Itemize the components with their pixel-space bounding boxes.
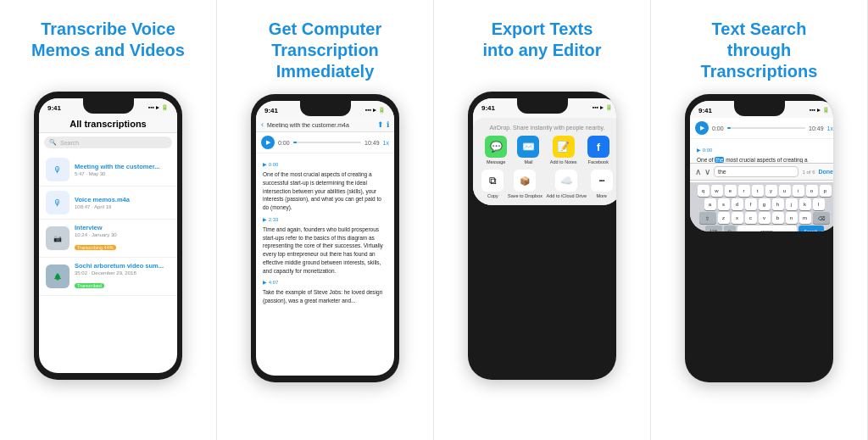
key-u[interactable]: u — [779, 185, 791, 197]
trans-item-1[interactable]: 🎙 Meeting with the customer... 5:47 · Ma… — [39, 153, 177, 187]
key-delete[interactable]: ⌫ — [813, 212, 830, 224]
speed-4[interactable]: 1x — [827, 125, 833, 131]
action-more[interactable]: ··· More — [591, 170, 613, 198]
key-w[interactable]: w — [711, 185, 723, 197]
audio-icon-1: 🎙 — [46, 158, 70, 181]
time-current-4: 0:00 — [712, 125, 724, 131]
play-button-2[interactable]: ▶ — [261, 136, 275, 149]
key-i[interactable]: i — [793, 185, 804, 197]
trans-name-1: Meeting with the customer... — [75, 163, 170, 170]
transcript-text-2: ▶ 0:00 One of the most crucial aspects o… — [256, 153, 394, 309]
status-time-3: 9:41 — [481, 104, 495, 112]
chevron-up-icon[interactable]: ∧ — [695, 167, 701, 176]
chevron-down-icon[interactable]: ∨ — [704, 167, 710, 176]
panel4-title: Text SearchthroughTranscriptions — [701, 19, 818, 82]
key-a[interactable]: a — [704, 198, 716, 210]
key-s[interactable]: s — [718, 198, 730, 210]
key-q[interactable]: q — [698, 185, 709, 197]
mail-icon: ✉️ — [517, 136, 539, 158]
search-bar[interactable]: 🔍 Search — [44, 136, 172, 148]
key-t[interactable]: t — [752, 185, 764, 197]
icloud-label: Add to iCloud Drive — [547, 193, 587, 198]
share-app-notes[interactable]: 📝 Add to Notes — [550, 136, 577, 164]
icloud-icon: ☁️ — [555, 170, 577, 192]
key-123[interactable]: 123 — [705, 226, 722, 231]
para-2: Time and again, founders who build prosp… — [263, 226, 387, 276]
trans-item-2[interactable]: 🎙 Voice memos.m4a 108:47 · April 19 — [39, 187, 177, 220]
status-icons-1: ▪▪▪ ▸ 🔋 — [148, 104, 169, 111]
share-app-message[interactable]: 💬 Message — [485, 136, 507, 164]
phone-screen-4: 9:41 ▪▪▪ ▸ 🔋 ▶ 0:00 10:49 1x ▶ 0:00 One … — [690, 101, 833, 231]
phone-notch-3 — [517, 98, 568, 114]
key-x[interactable]: x — [732, 212, 743, 224]
key-z[interactable]: z — [718, 212, 730, 224]
key-o[interactable]: o — [806, 185, 818, 197]
key-h[interactable]: h — [772, 198, 784, 210]
nav-bar-2: ‹ Meeting with the customer.m4a ⬆ ℹ — [256, 118, 394, 132]
trans-meta-2: 108:47 · April 19 — [75, 204, 170, 209]
key-p[interactable]: p — [820, 185, 832, 197]
facebook-label: Facebook — [588, 159, 609, 164]
copy-icon: ⧉ — [481, 170, 504, 192]
phone-notch-1 — [83, 98, 134, 114]
phone-notch-2 — [300, 101, 351, 116]
audio-player-2: ▶ 0:00 10:49 1x — [256, 132, 394, 153]
share-app-facebook[interactable]: f Facebook — [587, 136, 609, 164]
kb-row-3: ⇧ z x c v b n m ⌫ — [692, 212, 833, 224]
share-description: AirDrop. Share instantly with people nea… — [480, 125, 615, 131]
ts-marker-4: ▶ 0:00 — [697, 147, 832, 154]
time-total-2: 10:49 — [364, 140, 380, 146]
key-v[interactable]: v — [759, 212, 771, 224]
search-input[interactable]: the — [714, 166, 798, 177]
more-icon: ··· — [591, 170, 613, 192]
key-b[interactable]: b — [772, 212, 784, 224]
ts-marker-3: ▶ 4:07 — [263, 279, 387, 287]
dropbox-icon: 📦 — [514, 170, 536, 192]
progress-bar-2[interactable] — [293, 142, 361, 143]
progress-bar-4[interactable] — [727, 127, 805, 129]
panel-computer: Get ComputerTranscriptionImmediately 9:4… — [217, 0, 434, 440]
copy-label: Copy — [487, 193, 498, 198]
play-button-4[interactable]: ▶ — [695, 121, 709, 135]
trans-info-3: Interview 10:24 · January 30 Transcribin… — [75, 224, 170, 253]
kb-row-2: a s d f g h j k l — [692, 198, 833, 210]
key-search[interactable]: Search — [798, 226, 824, 231]
speed-2[interactable]: 1x — [383, 140, 389, 146]
back-button-2[interactable]: ‹ — [261, 120, 264, 129]
key-l[interactable]: l — [813, 198, 825, 210]
key-e[interactable]: e — [725, 185, 737, 197]
key-emoji[interactable]: ☺ — [724, 226, 736, 231]
key-n[interactable]: n — [786, 212, 798, 224]
action-copy[interactable]: ⧉ Copy — [481, 170, 504, 198]
key-g[interactable]: g — [759, 198, 771, 210]
action-icloud[interactable]: ☁️ Add to iCloud Drive — [547, 170, 587, 198]
done-button[interactable]: Done — [819, 169, 834, 175]
key-c[interactable]: c — [745, 212, 757, 224]
key-f[interactable]: f — [745, 198, 757, 210]
message-icon: 💬 — [485, 136, 507, 158]
panel2-title: Get ComputerTranscriptionImmediately — [269, 19, 381, 82]
status-icons-4: ▪▪▪ ▸ 🔋 — [810, 107, 830, 114]
action-dropbox[interactable]: 📦 Save to Dropbox — [508, 170, 542, 198]
trans-item-3[interactable]: 📷 Interview 10:24 · January 30 Transcrib… — [39, 220, 177, 258]
trans-item-4[interactable]: 🌲 Sochi arboretum video sum... 35:02 · D… — [39, 258, 177, 296]
key-shift[interactable]: ⇧ — [699, 212, 716, 224]
time-total-4: 10:49 — [809, 125, 824, 131]
phone-mockup-3: 9:41 ▪▪▪ ▸ 🔋 ‹ Meeting with the customer… — [468, 92, 616, 380]
key-y[interactable]: y — [765, 185, 777, 197]
phone-screen-3: 9:41 ▪▪▪ ▸ 🔋 ‹ Meeting with the customer… — [473, 98, 616, 205]
para-1: One of the most crucial aspects of creat… — [263, 170, 387, 212]
key-m[interactable]: m — [799, 212, 811, 224]
key-k[interactable]: k — [799, 198, 811, 210]
key-j[interactable]: j — [786, 198, 798, 210]
panel1-title: Transcribe VoiceMemos and Videos — [31, 19, 185, 80]
panel-export: Export Textsinto any Editor 9:41 ▪▪▪ ▸ 🔋… — [434, 0, 651, 440]
transcriptions-header: All transcriptions — [39, 115, 177, 133]
key-d[interactable]: d — [732, 198, 743, 210]
trans-name-2: Voice memos.m4a — [75, 196, 170, 203]
search-count: 1 of 6 — [802, 170, 815, 175]
text-search-bar: ∧ ∨ the 1 of 6 Done — [690, 163, 833, 181]
share-app-mail[interactable]: ✉️ Mail — [517, 136, 539, 164]
key-r[interactable]: r — [738, 185, 750, 197]
key-space[interactable]: space — [737, 226, 797, 231]
